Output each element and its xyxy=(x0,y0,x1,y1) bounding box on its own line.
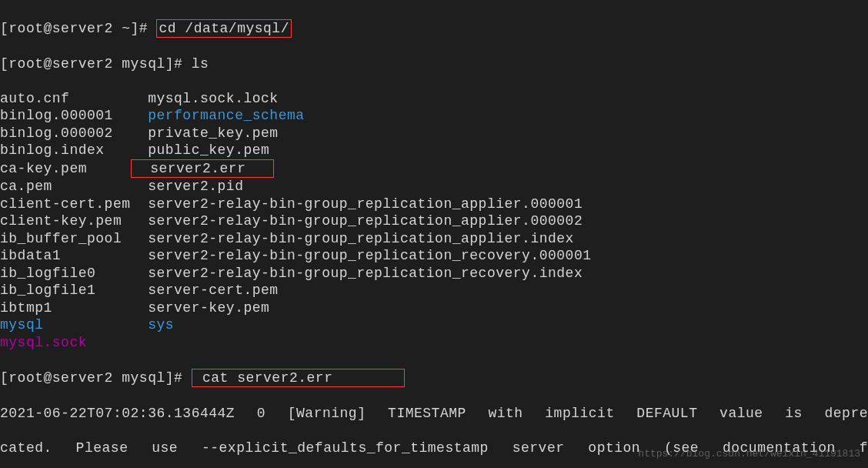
ls-row: binlog.000002 private_key.pem xyxy=(0,125,868,142)
ls-col1: ib_logfile0 xyxy=(0,266,131,281)
ls-col2: server-key.pem xyxy=(131,300,270,316)
cmd-cd-highlight: cd /data/mysql/ xyxy=(156,19,292,38)
ls-row: binlog.index public_key.pem xyxy=(0,142,868,159)
ls-row: mysql sys xyxy=(0,316,868,334)
ls-row: ibtmp1 server-key.pem xyxy=(0,299,868,317)
prompt-2: [root@server2 mysql]# xyxy=(0,56,192,72)
watermark: https://blog.csdn.net/weixin_41191813 xyxy=(638,448,860,460)
ls-row: client-key.pem server2-relay-bin-group_r… xyxy=(0,212,868,230)
ls-col1: ib_buffer_pool xyxy=(0,231,131,246)
ls-row: ca-key.pem server2.err xyxy=(0,159,868,179)
log-line-1: 2021-06-22T07:02:36.136444Z 0 [Warning] … xyxy=(0,405,868,423)
prompt-1: [root@server2 ~]# xyxy=(0,21,156,36)
ls-col1: auto.cnf xyxy=(0,91,131,106)
ls-col1: ibtmp1 xyxy=(0,300,131,316)
ls-col2: server-cert.pem xyxy=(131,282,279,298)
ls-col1: ib_logfile1 xyxy=(0,282,131,298)
ls-col1: client-key.pem xyxy=(0,213,131,229)
ls-col1: client-cert.pem xyxy=(0,196,131,212)
ls-row: ca.pem server2.pid xyxy=(0,178,868,196)
cmd-cat-highlight: cat server2.err xyxy=(192,369,405,388)
ls-row: ib_logfile1 server-cert.pem xyxy=(0,282,868,299)
ls-col2: performance_schema xyxy=(131,108,305,123)
server2-err-highlight: server2.err xyxy=(131,159,275,179)
ls-row: ibdata1 server2-relay-bin-group_replicat… xyxy=(0,247,868,265)
ls-col2: public_key.pem xyxy=(131,142,270,158)
ls-col1: ca.pem xyxy=(0,179,131,194)
ls-col2: mysql.sock.lock xyxy=(131,91,279,106)
cmd-ls: ls xyxy=(192,56,209,72)
ls-col2: server2-relay-bin-group_replication_reco… xyxy=(131,266,583,281)
ls-row: ib_buffer_pool server2-relay-bin-group_r… xyxy=(0,230,868,248)
ls-col1: binlog.000002 xyxy=(0,125,131,141)
ls-col2: server2-relay-bin-group_replication_appl… xyxy=(131,231,574,246)
ls-col1: ca-key.pem xyxy=(0,161,131,176)
ls-col1: binlog.000001 xyxy=(0,108,131,123)
ls-col1: mysql.sock xyxy=(0,335,87,350)
terminal-output[interactable]: [root@server2 ~]# cd /data/mysql/ [root@… xyxy=(0,2,868,468)
ls-row: ib_logfile0 server2-relay-bin-group_repl… xyxy=(0,265,868,282)
ls-col2: private_key.pem xyxy=(131,125,279,141)
ls-col2: server2-relay-bin-group_replication_reco… xyxy=(131,248,592,263)
ls-col2: server2-relay-bin-group_replication_appl… xyxy=(131,196,583,212)
ls-row: client-cert.pem server2-relay-bin-group_… xyxy=(0,196,868,213)
ls-col2: server2.pid xyxy=(131,179,244,194)
ls-listing: auto.cnf mysql.sock.lockbinlog.000001 pe… xyxy=(0,90,868,352)
ls-col1: ibdata1 xyxy=(0,248,131,263)
ls-row: binlog.000001 performance_schema xyxy=(0,107,868,125)
ls-col2: server2-relay-bin-group_replication_appl… xyxy=(131,213,583,229)
prompt-3: [root@server2 mysql]# xyxy=(0,370,192,386)
ls-row: mysql.sock xyxy=(0,334,868,352)
ls-row: auto.cnf mysql.sock.lock xyxy=(0,90,868,108)
ls-col2: sys xyxy=(131,317,175,333)
ls-col1: mysql xyxy=(0,317,131,333)
ls-col1: binlog.index xyxy=(0,142,131,158)
